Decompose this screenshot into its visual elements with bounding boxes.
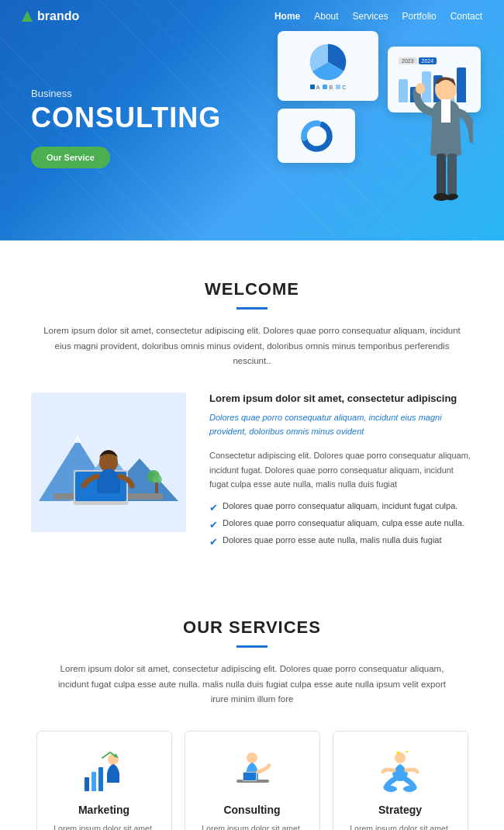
service-desc-consulting: Lorem ipsum dolor sit amet, consectetur … [198,822,307,830]
hero-subtitle: Business [31,88,221,99]
hero-title: CONSULTING [31,102,221,133]
svg-point-29 [247,752,257,763]
svg-point-35 [403,786,416,792]
service-card-consulting: Consulting Lorem ipsum dolor sit amet, c… [185,731,320,830]
welcome-text-content: Lorem ipsum dolor sit amet, consectetur … [209,393,473,548]
marketing-icon [81,750,127,793]
hero-content: Business CONSULTING Our Service [0,88,252,169]
welcome-title: WELCOME [31,279,473,299]
svg-rect-7 [437,154,446,196]
check-icon-3: ✔ [209,536,218,548]
hero-person-illustration [403,62,473,240]
services-title: OUR SERVICES [31,617,473,638]
navbar: brando Home About Services Portfolio Con… [0,0,504,33]
pie-chart-card: A B C [278,31,378,101]
svg-text:★: ★ [395,750,401,756]
check-item-3: ✔ Dolores quae porro esse aute nulla, ma… [209,535,473,548]
nav-portfolio[interactable]: Portfolio [402,11,437,22]
welcome-checklist: ✔ Dolores quae porro consequatur aliquam… [209,501,473,548]
service-desc-marketing: Lorem ipsum dolor sit amet, consectetur … [50,822,159,830]
nav-links: Home About Services Portfolio Contact [274,11,482,22]
check-text-2: Dolores quae porro consequatur aliquam, … [223,518,464,527]
welcome-content: Lorem ipsum dolor sit amet, consectetur … [31,393,473,548]
services-grid: Marketing Lorem ipsum dolor sit amet, co… [31,731,473,830]
pie-chart [309,43,347,81]
consulting-icon-box [229,750,275,793]
check-item-1: ✔ Dolores quae porro consequatur aliquam… [209,501,473,514]
svg-point-34 [385,786,397,792]
welcome-description: Lorem ipsum dolor sit amet, consectetur … [35,323,469,369]
svg-rect-8 [447,154,457,196]
logo[interactable]: brando [22,9,79,23]
check-item-2: ✔ Dolores quae porro consequatur aliquam… [209,518,473,531]
svg-rect-5 [441,99,450,123]
nav-contact[interactable]: Contact [450,11,482,22]
svg-rect-24 [85,777,89,791]
donut-chart [299,119,334,154]
check-text-1: Dolores quae porro consequatur aliquam, … [223,501,457,510]
svg-rect-32 [243,773,256,780]
svg-marker-28 [114,753,119,758]
logo-icon [22,11,33,22]
nav-services[interactable]: Services [353,11,388,22]
consulting-icon [229,750,275,793]
service-title-strategy: Strategy [346,804,455,816]
welcome-para: Consectetur adipiscing elit. Dolores qua… [209,448,473,492]
hero-section: Business CONSULTING Our Service [0,0,504,240]
svg-rect-23 [155,482,158,493]
donut-chart-card [278,109,355,163]
marketing-icon-box [81,750,127,793]
check-text-3: Dolores quae porro esse aute nulla, mali… [223,535,442,545]
svg-rect-25 [91,772,96,791]
strategy-icon: ★ ★ [377,750,423,793]
hero-cta-button[interactable]: Our Service [31,147,110,168]
svg-rect-26 [98,767,103,791]
welcome-italic-text: Dolores quae porro consequatur aliquam, … [209,410,473,439]
service-card-strategy: ★ ★ Strategy Lorem ipsum dolor sit amet,… [333,731,468,830]
check-icon-2: ✔ [209,519,218,531]
chart-cards: A B C [278,31,378,163]
service-title-marketing: Marketing [50,804,159,816]
services-divider [236,645,268,648]
welcome-section: WELCOME Lorem ipsum dolor sit amet, cons… [0,240,504,579]
service-desc-strategy: Lorem ipsum dolor sit amet, consectetur … [346,822,455,830]
strategy-icon-box: ★ ★ [377,750,423,793]
logo-text: brando [37,9,79,23]
nav-home[interactable]: Home [274,11,300,22]
welcome-divider [236,307,268,310]
nav-about[interactable]: About [314,11,338,22]
service-card-marketing: Marketing Lorem ipsum dolor sit amet, co… [36,731,172,830]
services-description: Lorem ipsum dolor sit amet, consectetur … [58,662,446,707]
service-title-consulting: Consulting [198,804,307,816]
svg-point-10 [445,193,458,202]
services-section: OUR SERVICES Lorem ipsum dolor sit amet,… [0,579,504,830]
svg-point-6 [416,83,425,94]
svg-text:★: ★ [405,750,409,754]
check-icon-1: ✔ [209,502,218,514]
welcome-image [31,393,186,532]
welcome-content-title: Lorem ipsum dolor sit amet, consectetur … [209,393,473,404]
